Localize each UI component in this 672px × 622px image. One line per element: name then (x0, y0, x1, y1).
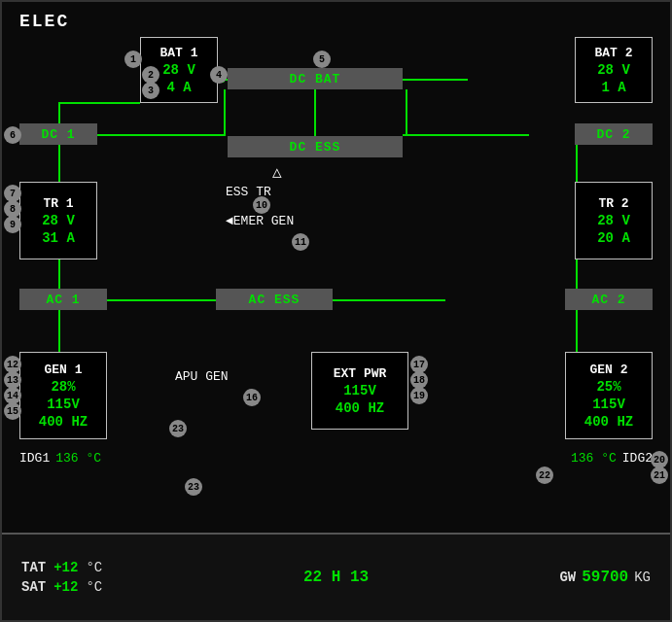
line-dc1-up (58, 102, 60, 123)
gen1-label: GEN 1 (44, 363, 82, 377)
gen2-percent: 25% (596, 379, 620, 395)
bottom-bar: TAT +12 °C SAT +12 °C 22 H 13 GW 59700 K… (2, 533, 670, 620)
tr2-voltage: 28 V (597, 213, 630, 228)
bat1-current: 4 A (166, 80, 191, 95)
gen1-box: GEN 1 28% 115V 400 HZ (19, 352, 107, 439)
circle-15: 15 (4, 402, 21, 420)
line-dc1-to-bat1 (58, 102, 140, 104)
circle-21: 21 (651, 466, 668, 484)
dc1-busbar: DC 1 (19, 123, 97, 145)
ac1-label: AC 1 (46, 293, 80, 307)
circle-10: 10 (253, 196, 270, 214)
triangle-symbol: △ (272, 162, 282, 182)
dc-ess-busbar: DC ESS (228, 136, 403, 157)
gen2-frequency: 400 HZ (584, 414, 633, 430)
line-ac1-right (107, 299, 216, 301)
circle-11: 11 (292, 233, 309, 251)
tat-label: TAT (21, 560, 46, 575)
bat1-voltage: 28 V (162, 62, 195, 78)
main-area: ELEC BAT 1 28 V 4 A BAT 2 28 V 1 A DC BA… (2, 2, 670, 533)
line-tr2-up (576, 145, 578, 182)
line-tr2-down (576, 259, 578, 289)
tr2-label: TR 2 (598, 196, 628, 211)
line-dc2-left (403, 134, 529, 136)
gen2-box: GEN 2 25% 115V 400 HZ (565, 352, 653, 439)
circle-5: 5 (313, 51, 331, 68)
gw-value: 59700 (582, 569, 628, 586)
ext-pwr-frequency: 400 HZ (336, 400, 384, 416)
tr2-box: TR 2 28 V 20 A (575, 182, 653, 259)
ext-pwr-box: EXT PWR 115V 400 HZ (311, 352, 408, 430)
bottom-right: GW 59700 KG (441, 569, 651, 586)
tat-value: +12 (53, 560, 78, 575)
circle-23b: 23 (185, 478, 202, 496)
line-bat2-dcbat (403, 79, 468, 81)
time-display: 22 H 13 (303, 569, 369, 586)
bat2-label: BAT 2 (594, 46, 632, 60)
line-dc1-right (97, 134, 224, 136)
bottom-left: TAT +12 °C SAT +12 °C (21, 560, 231, 595)
elec-screen: ELEC BAT 1 28 V 4 A BAT 2 28 V 1 A DC BA… (0, 0, 672, 622)
sat-unit: °C (86, 579, 102, 595)
tr1-box: TR 1 28 V 31 A (19, 182, 97, 259)
ext-pwr-label: EXT PWR (334, 366, 387, 381)
bottom-center: 22 H 13 (231, 569, 442, 586)
line-junc-dcbus-left (224, 89, 226, 136)
tr1-current: 31 A (42, 230, 75, 246)
gen2-voltage: 115V (592, 397, 625, 412)
circle-23a: 23 (169, 420, 187, 437)
circle-9: 9 (4, 216, 21, 233)
circle-19: 19 (410, 387, 428, 404)
circle-16: 16 (243, 389, 261, 406)
tr2-current: 20 A (597, 230, 630, 246)
tr1-voltage: 28 V (42, 213, 75, 228)
gw-label: GW (559, 570, 576, 585)
ext-pwr-voltage: 115V (343, 383, 376, 398)
bat2-box: BAT 2 28 V 1 A (575, 37, 653, 103)
idg2-label: IDG2 (622, 451, 653, 466)
idg2-temp: 136 °C (571, 451, 617, 466)
line-gen2-up (576, 310, 578, 352)
gen1-percent: 28% (51, 379, 75, 395)
ac-ess-label: AC ESS (249, 293, 301, 307)
tr1-label: TR 1 (43, 196, 73, 211)
sat-value: +12 (53, 579, 78, 595)
bat1-label: BAT 1 (159, 46, 197, 60)
dc1-label: DC 1 (41, 127, 75, 142)
sat-label: SAT (21, 579, 46, 595)
dc-ess-label: DC ESS (290, 140, 341, 155)
line-tr1-up (58, 145, 60, 182)
line-tr1-down (58, 259, 60, 289)
circle-4: 4 (210, 66, 228, 84)
line-junc-dcbus-right (406, 89, 407, 136)
idg1-label: IDG1 (19, 451, 50, 466)
circle-1: 1 (124, 51, 142, 68)
gen2-label: GEN 2 (589, 363, 627, 377)
line-dcbat-to-dcbus (314, 89, 316, 136)
gw-unit: KG (634, 570, 651, 585)
apu-gen-label: APU GEN (175, 369, 229, 384)
circle-3: 3 (142, 82, 159, 99)
ac1-busbar: AC 1 (19, 289, 107, 310)
dc2-label: DC 2 (596, 127, 630, 142)
line-ac2-left (333, 299, 445, 301)
bat2-voltage: 28 V (597, 62, 630, 78)
dc-bat-label: DC BAT (290, 72, 341, 86)
line-gen1-up (58, 310, 60, 352)
idg1-temp: 136 °C (55, 451, 101, 466)
emer-gen-label: ◄EMER GEN (226, 214, 294, 228)
page-title: ELEC (19, 12, 69, 31)
circle-6: 6 (4, 126, 21, 144)
gen1-voltage: 115V (47, 397, 80, 412)
dc2-busbar: DC 2 (575, 123, 653, 145)
bat2-current: 1 A (601, 80, 625, 95)
ac-ess-busbar: AC ESS (216, 289, 333, 310)
gen1-frequency: 400 HZ (39, 414, 88, 430)
circle-22: 22 (536, 466, 553, 484)
dc-bat-busbar: DC BAT (228, 68, 403, 89)
tat-unit: °C (86, 560, 102, 575)
ac2-label: AC 2 (591, 293, 625, 307)
ac2-busbar: AC 2 (565, 289, 653, 310)
